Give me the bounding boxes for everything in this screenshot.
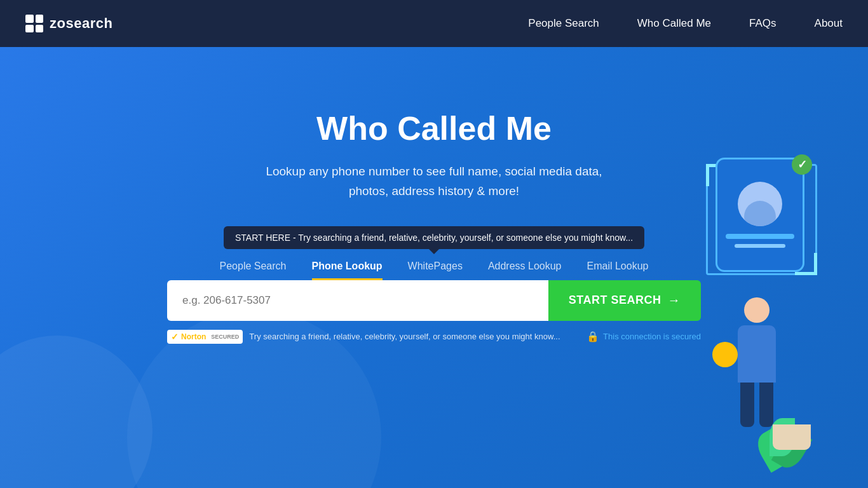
main-nav: People Search Who Called Me FAQs About xyxy=(528,17,843,30)
phone-search-input[interactable] xyxy=(167,280,548,321)
nav-faqs[interactable]: FAQs xyxy=(749,17,776,30)
navbar: zosearch People Search Who Called Me FAQ… xyxy=(0,0,868,47)
hero-section: ✓ Who xyxy=(0,47,868,488)
plant-decoration xyxy=(754,374,830,450)
check-circle-icon: ✓ xyxy=(792,154,812,175)
hero-subtitle-line1: Lookup any phone number to see full name… xyxy=(266,165,602,178)
lock-icon: 🔒 xyxy=(587,330,599,342)
hero-title: Who Called Me xyxy=(224,111,644,147)
security-row: ✓ Norton SECURED Try searching a friend,… xyxy=(167,330,701,344)
norton-secured: SECURED xyxy=(211,334,239,340)
logo-icon xyxy=(25,15,43,32)
tab-whitepages[interactable]: WhitePages xyxy=(408,261,463,280)
yellow-ball-decoration xyxy=(712,342,738,367)
phone-card xyxy=(715,158,804,272)
logo[interactable]: zosearch xyxy=(25,15,112,32)
nav-people-search[interactable]: People Search xyxy=(528,17,599,30)
card-line1 xyxy=(726,234,794,239)
start-search-button[interactable]: START SEARCH → xyxy=(548,280,701,321)
search-tooltip: START HERE - Try searching a friend, rel… xyxy=(224,226,644,249)
card-line2 xyxy=(735,244,785,248)
plant-pot xyxy=(773,424,811,450)
tooltip-text: START HERE - Try searching a friend, rel… xyxy=(235,233,633,243)
norton-logo: ✓ Norton SECURED xyxy=(167,330,243,344)
tab-address-lookup[interactable]: Address Lookup xyxy=(488,261,562,280)
card-avatar xyxy=(738,182,782,226)
search-bar-container: START SEARCH → xyxy=(167,280,701,321)
secure-connection: 🔒 This connection is secured xyxy=(587,330,701,342)
norton-check-icon: ✓ xyxy=(171,332,179,342)
norton-badge: ✓ Norton SECURED Try searching a friend,… xyxy=(167,330,560,344)
tab-email-lookup[interactable]: Email Lookup xyxy=(587,261,649,280)
nav-about[interactable]: About xyxy=(815,17,843,30)
hero-subtitle-line2: photos, address history & more! xyxy=(349,184,519,198)
person-head xyxy=(744,297,770,323)
tab-people-search[interactable]: People Search xyxy=(220,261,287,280)
person-leg-left xyxy=(740,383,754,427)
hero-subtitle: Lookup any phone number to see full name… xyxy=(224,162,644,201)
secure-connection-text: This connection is secured xyxy=(603,332,701,341)
search-tabs: People Search Phone Lookup WhitePages Ad… xyxy=(220,261,649,280)
logo-text: zosearch xyxy=(50,15,112,32)
search-button-label: START SEARCH xyxy=(569,294,661,307)
arrow-right-icon: → xyxy=(668,293,681,308)
norton-description: Try searching a friend, relative, celebr… xyxy=(249,332,560,341)
nav-who-called-me[interactable]: Who Called Me xyxy=(637,17,711,30)
tab-phone-lookup[interactable]: Phone Lookup xyxy=(312,261,383,280)
norton-label: Norton xyxy=(181,332,206,341)
hero-content: Who Called Me Lookup any phone number to… xyxy=(224,111,644,261)
